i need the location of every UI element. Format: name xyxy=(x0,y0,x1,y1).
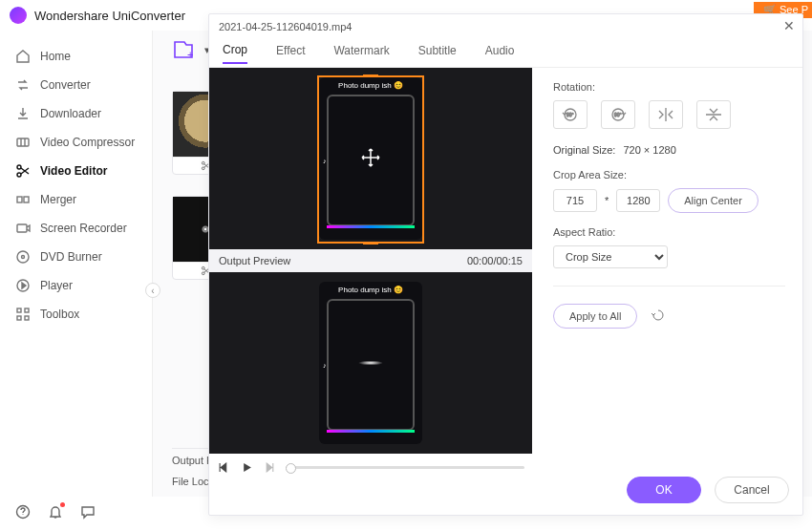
sidebar-item-merger[interactable]: Merger xyxy=(0,185,152,214)
sidebar-item-screen-recorder[interactable]: Screen Recorder xyxy=(0,214,152,243)
original-size-value: 720 × 1280 xyxy=(623,144,675,156)
merger-icon xyxy=(15,192,31,207)
seek-track[interactable] xyxy=(286,466,524,469)
tiktok-icon: ♪ xyxy=(323,362,327,369)
compressor-icon xyxy=(15,135,31,150)
flip-vertical-button[interactable] xyxy=(696,100,731,129)
sidebar-item-compressor[interactable]: Video Compressor xyxy=(0,128,152,157)
rotate-cw-button[interactable]: 90° xyxy=(601,100,635,129)
sidebar-item-home[interactable]: Home xyxy=(0,42,152,71)
play-button[interactable] xyxy=(240,460,253,474)
close-icon[interactable]: ✕ xyxy=(783,18,795,33)
sidebar: Home Converter Downloader Video Compress… xyxy=(0,31,153,497)
crop-sep: * xyxy=(605,195,609,206)
svg-rect-12 xyxy=(25,316,29,320)
move-icon xyxy=(360,147,381,172)
tab-audio[interactable]: Audio xyxy=(485,44,515,63)
crop-width-input[interactable] xyxy=(553,189,597,212)
tab-watermark[interactable]: Watermark xyxy=(333,44,389,63)
source-preview[interactable]: Photo dump ish 😊 ♪ xyxy=(209,68,532,249)
tab-subtitle[interactable]: Subtitle xyxy=(418,44,457,63)
sidebar-item-video-editor[interactable]: Video Editor xyxy=(0,157,152,185)
sidebar-item-label: Home xyxy=(40,50,71,63)
output-preview: Photo dump ish 😊 ♪ xyxy=(209,272,532,454)
flip-horizontal-button[interactable] xyxy=(649,100,683,129)
svg-rect-4 xyxy=(24,197,29,202)
add-file-icon[interactable]: + xyxy=(172,39,195,60)
sidebar-item-label: Screen Recorder xyxy=(40,222,127,235)
tab-effect[interactable]: Effect xyxy=(276,44,305,63)
svg-point-1 xyxy=(17,165,21,169)
crop-rectangle[interactable] xyxy=(317,75,424,244)
download-icon xyxy=(15,106,31,121)
grid-icon xyxy=(15,307,31,322)
modal-filename: 2021-04-25-112604019.mp4 xyxy=(219,21,352,32)
crop-height-input[interactable] xyxy=(616,189,660,212)
help-icon[interactable] xyxy=(15,504,31,523)
svg-rect-0 xyxy=(17,138,29,146)
align-center-button[interactable]: Align Center xyxy=(668,188,759,213)
svg-text:90°: 90° xyxy=(566,112,574,117)
disc-icon xyxy=(15,249,31,265)
sidebar-item-label: Merger xyxy=(40,193,76,206)
cancel-button[interactable]: Cancel xyxy=(715,477,789,503)
sidebar-item-toolbox[interactable]: Toolbox xyxy=(0,300,152,329)
sidebar-item-label: Converter xyxy=(40,78,91,92)
sidebar-item-label: Downloader xyxy=(40,107,101,120)
feedback-icon[interactable] xyxy=(80,504,96,523)
crop-area-label: Crop Area Size: xyxy=(553,169,785,181)
sidebar-item-label: Video Compressor xyxy=(40,136,135,149)
converter-icon xyxy=(15,77,31,93)
svg-rect-10 xyxy=(25,308,29,312)
sidebar-item-dvd-burner[interactable]: DVD Burner xyxy=(0,243,152,271)
svg-point-2 xyxy=(17,173,21,177)
svg-rect-11 xyxy=(17,316,21,320)
preview-time: 00:00/00:15 xyxy=(467,255,523,266)
clip-caption: Photo dump ish 😊 xyxy=(338,286,403,294)
rotate-ccw-button[interactable]: 90° xyxy=(553,100,588,129)
original-size-label: Original Size: xyxy=(553,144,615,156)
light-glow xyxy=(358,361,383,366)
sidebar-item-label: DVD Burner xyxy=(40,250,102,264)
crop-editor-modal: 2021-04-25-112604019.mp4 ✕ Crop Effect W… xyxy=(208,13,803,516)
svg-point-6 xyxy=(17,251,29,263)
play-icon xyxy=(15,278,31,293)
editor-tabs: Crop Effect Watermark Subtitle Audio xyxy=(209,39,802,68)
svg-text:+: + xyxy=(187,49,193,60)
sidebar-item-converter[interactable]: Converter xyxy=(0,71,152,99)
sidebar-item-downloader[interactable]: Downloader xyxy=(0,99,152,128)
tab-crop[interactable]: Crop xyxy=(223,43,247,64)
svg-rect-3 xyxy=(17,197,22,202)
svg-point-7 xyxy=(22,256,25,259)
app-title: Wondershare UniConverter xyxy=(34,9,185,23)
sidebar-item-label: Toolbox xyxy=(40,308,79,321)
ok-button[interactable]: OK xyxy=(627,477,701,503)
prev-frame-button[interactable] xyxy=(217,460,230,474)
rotation-label: Rotation: xyxy=(553,81,785,93)
sidebar-item-player[interactable]: Player xyxy=(0,271,152,300)
svg-text:90°: 90° xyxy=(614,112,622,117)
scissors-icon xyxy=(15,163,31,179)
svg-rect-9 xyxy=(17,308,21,312)
reset-icon[interactable] xyxy=(651,308,668,325)
rgb-strip xyxy=(327,430,415,433)
bell-icon[interactable] xyxy=(48,504,63,523)
aspect-ratio-select[interactable]: Crop Size xyxy=(553,245,668,268)
sidebar-item-label: Player xyxy=(40,279,73,292)
collapse-sidebar-button[interactable]: ‹ xyxy=(145,283,160,298)
home-icon xyxy=(15,49,31,64)
svg-rect-5 xyxy=(17,224,27,232)
next-frame-button[interactable] xyxy=(263,460,276,474)
app-logo xyxy=(10,7,27,24)
apply-to-all-button[interactable]: Apply to All xyxy=(553,304,637,329)
sidebar-item-label: Video Editor xyxy=(40,164,107,178)
recorder-icon xyxy=(15,221,31,236)
output-preview-label: Output Preview xyxy=(219,255,290,266)
aspect-ratio-label: Aspect Ratio: xyxy=(553,226,785,238)
